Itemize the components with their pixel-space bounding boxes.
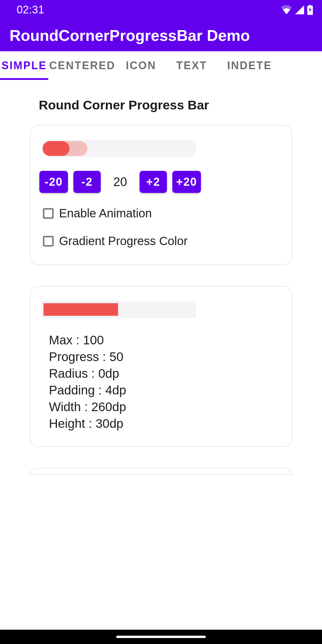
info-max: Max : 100: [49, 333, 283, 347]
checkbox-row-animation[interactable]: Enable Animation: [43, 207, 283, 220]
wifi-icon: [281, 5, 292, 14]
progress-card-1: -20 -2 20 +2 +20 Enable Animation Gradie…: [30, 125, 292, 265]
progress-bar-2: [41, 301, 196, 318]
progress-primary: [43, 141, 69, 156]
progress-bar-1: [41, 140, 196, 157]
info-width: Width : 260dp: [49, 400, 283, 414]
content-area[interactable]: Round Corner Progress Bar -20 -2 20 +2 +…: [0, 80, 322, 630]
tab-bar: SIMPLE CENTERED ICON TEXT INDETE: [0, 51, 322, 80]
app-bar: RoundCornerProgressBar Demo: [0, 20, 322, 51]
progress-value: 20: [106, 175, 134, 189]
controls-row: -20 -2 20 +2 +20: [39, 171, 283, 193]
info-radius: Radius : 0dp: [49, 366, 283, 381]
battery-icon: [307, 5, 313, 15]
checkbox-label-animation: Enable Animation: [59, 207, 152, 220]
btn-plus-2[interactable]: +2: [140, 171, 167, 193]
navigation-bar[interactable]: [0, 630, 322, 644]
checkbox-enable-animation[interactable]: [43, 208, 54, 219]
info-padding: Padding : 4dp: [49, 383, 283, 397]
section-heading: Round Corner Progress Bar: [39, 98, 292, 112]
tab-indeterminate[interactable]: INDETE: [210, 51, 279, 80]
progress-card-2: Max : 100 Progress : 50 Radius : 0dp Pad…: [30, 286, 292, 447]
tab-icon[interactable]: ICON: [109, 51, 160, 80]
btn-minus-20[interactable]: -20: [39, 171, 68, 193]
tab-simple[interactable]: SIMPLE: [0, 51, 48, 80]
checkbox-row-gradient[interactable]: Gradient Progress Color: [43, 234, 283, 248]
tab-centered[interactable]: CENTERED: [48, 51, 109, 80]
btn-minus-2[interactable]: -2: [73, 171, 101, 193]
status-icons: [281, 5, 313, 15]
signal-icon: [295, 5, 305, 14]
checkbox-gradient-color[interactable]: [43, 236, 54, 247]
nav-handle[interactable]: [116, 636, 206, 638]
status-time: 02:31: [17, 4, 44, 16]
info-height: Height : 30dp: [49, 417, 283, 431]
tab-text[interactable]: TEXT: [160, 51, 210, 80]
app-title: RoundCornerProgressBar Demo: [10, 27, 250, 44]
progress-primary-2: [44, 303, 118, 316]
progress-card-3-partial: [30, 468, 292, 475]
checkbox-label-gradient: Gradient Progress Color: [59, 234, 188, 248]
info-list: Max : 100 Progress : 50 Radius : 0dp Pad…: [49, 333, 283, 431]
status-bar: 02:31: [0, 0, 322, 20]
info-progress: Progress : 50: [49, 350, 283, 364]
btn-plus-20[interactable]: +20: [172, 171, 201, 193]
